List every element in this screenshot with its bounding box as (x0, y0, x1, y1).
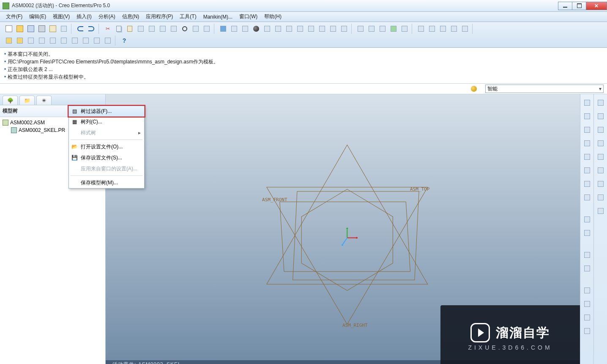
selection-filter-dropdown[interactable]: 智能 (485, 85, 604, 93)
menu-help[interactable]: 帮助(H) (261, 12, 285, 22)
menu-file[interactable]: 文件(F) (3, 12, 26, 22)
redo-button[interactable] (86, 24, 96, 34)
print-button[interactable] (37, 24, 47, 34)
menu-open-settings[interactable]: 📂 打开设置文件(O)... (69, 141, 144, 152)
repaint-button[interactable] (218, 24, 228, 34)
reference-button[interactable] (582, 192, 593, 203)
assemble-component-button[interactable] (595, 97, 606, 108)
close-button[interactable] (586, 2, 607, 10)
datum-curve-button[interactable] (582, 124, 593, 135)
menu-window[interactable]: 窗口(W) (236, 12, 261, 22)
revolve-button[interactable] (582, 263, 593, 274)
include-component-button[interactable] (595, 124, 606, 135)
minimize-button[interactable] (558, 2, 572, 10)
drag-button[interactable] (37, 36, 47, 46)
named-view-button[interactable] (306, 24, 316, 34)
style-state-button[interactable] (449, 24, 459, 34)
select-items-button[interactable] (202, 24, 212, 34)
drag-component-button[interactable] (595, 165, 606, 176)
explode-button[interactable] (416, 24, 426, 34)
menu-analysis[interactable]: 分析(A) (95, 12, 119, 22)
tab-folder-browser[interactable]: 📁 (19, 96, 35, 105)
copy-geom-button[interactable] (136, 24, 146, 34)
shell-button[interactable] (582, 227, 593, 238)
datum-point-toggle[interactable] (377, 24, 388, 34)
help-button[interactable]: ? (119, 36, 129, 46)
saved-view-button[interactable] (317, 24, 327, 34)
extrude-button[interactable] (582, 249, 593, 260)
refit-button[interactable] (240, 24, 250, 34)
assemble-button[interactable] (4, 36, 14, 46)
datum-point-button[interactable] (582, 151, 593, 162)
analysis-button[interactable] (582, 178, 593, 189)
save-copy-button[interactable] (59, 24, 69, 34)
menu-insert[interactable]: 插入(I) (73, 12, 95, 22)
datum-csys-toggle[interactable] (388, 24, 399, 34)
flexible-component-button[interactable] (595, 151, 606, 162)
replace-button[interactable] (595, 192, 606, 203)
package-button[interactable] (48, 36, 58, 46)
assemble-dd-button[interactable] (15, 36, 25, 46)
maximize-button[interactable] (572, 2, 586, 10)
create-button[interactable] (26, 36, 36, 46)
mirror-button[interactable] (582, 326, 593, 337)
include-button[interactable] (59, 36, 69, 46)
regenerate-button[interactable] (158, 24, 168, 34)
layers-button[interactable] (328, 24, 338, 34)
open-button[interactable] (15, 24, 25, 34)
round-button[interactable] (582, 285, 593, 296)
zoom-fit-button[interactable] (295, 24, 305, 34)
hole-button[interactable] (582, 214, 593, 225)
zoom-in-button[interactable] (273, 24, 283, 34)
simplified-rep-button[interactable] (438, 24, 448, 34)
tab-model-tree[interactable]: 🌳 (3, 96, 18, 105)
datum-plane-button[interactable] (582, 97, 593, 108)
menu-save-settings[interactable]: 💾 保存设置文件(S)... (69, 152, 144, 163)
mail-button[interactable] (48, 24, 58, 34)
menu-info[interactable]: 信息(N) (119, 12, 143, 22)
chamfer-button[interactable] (582, 298, 593, 309)
zoom-out-button[interactable] (284, 24, 294, 34)
menu-application[interactable]: 应用程序(P) (142, 12, 176, 22)
sketch-button[interactable] (582, 138, 593, 149)
spin-center-button[interactable] (229, 24, 239, 34)
menu-save-model-tree[interactable]: 保存模型树(M)... (69, 177, 144, 188)
datum-axis-button[interactable] (582, 111, 593, 122)
datum-csys-button[interactable] (582, 165, 593, 176)
datum-plane-toggle[interactable] (355, 24, 366, 34)
new-button[interactable] (4, 24, 14, 34)
select-button[interactable] (191, 24, 201, 34)
save-button[interactable] (26, 24, 36, 34)
tab-favorites[interactable]: ✳ (36, 96, 52, 105)
menu-tree-filter[interactable]: ▤ 树过滤器(F)... (68, 106, 145, 117)
mechanism-button[interactable] (70, 36, 80, 46)
appearance-button[interactable] (460, 24, 470, 34)
package-component-button[interactable] (595, 138, 606, 149)
repeat-button[interactable] (595, 205, 606, 216)
skeleton-button[interactable] (103, 36, 113, 46)
view-manager-button[interactable] (339, 24, 349, 34)
find-button[interactable] (180, 24, 190, 34)
datum-axis-toggle[interactable] (366, 24, 377, 34)
menu-manikin[interactable]: Manikin(M)... (200, 13, 236, 21)
annotation-toggle[interactable] (399, 24, 410, 34)
update-button[interactable] (169, 24, 179, 34)
draft-button[interactable] (582, 312, 593, 323)
menu-view[interactable]: 视图(V) (49, 12, 73, 22)
menu-tools[interactable]: 工具(T) (176, 12, 200, 22)
undo-button[interactable] (75, 24, 85, 34)
menu-edit[interactable]: 编辑(E) (26, 12, 49, 22)
paste-button[interactable] (125, 24, 135, 34)
xsection-button[interactable] (427, 24, 437, 34)
orient-button[interactable] (262, 24, 272, 34)
copy-button[interactable] (114, 24, 124, 34)
menu-tree-column[interactable]: ▦ 树列(C)... (69, 116, 144, 127)
graphics-viewport[interactable]: ASM_FRONT ASM_TOP ASM_RIGHT 活动零件: ASM000… (106, 94, 580, 364)
flexible-button[interactable] (81, 36, 91, 46)
shading-button[interactable] (251, 24, 261, 34)
manikin-button[interactable] (92, 36, 102, 46)
exploded-view-button[interactable] (595, 178, 606, 189)
pattern-button[interactable] (147, 24, 157, 34)
create-component-button[interactable] (595, 111, 606, 122)
cut-button[interactable]: ✂ (103, 24, 113, 34)
